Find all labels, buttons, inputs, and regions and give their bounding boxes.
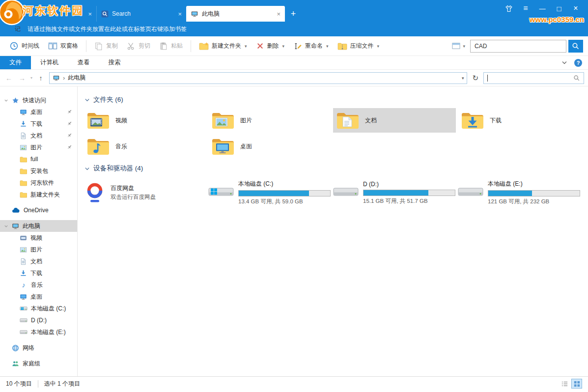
device-tile-drive-d[interactable]: D (D:) 15.1 GB 可用, 共 51.7 GB bbox=[333, 177, 456, 208]
sidebar-item-documents[interactable]: 文档 bbox=[0, 130, 77, 141]
sidebar-item-drive-d[interactable]: D (D:) bbox=[0, 314, 77, 326]
copy-button[interactable]: 复制 bbox=[90, 39, 122, 53]
group-header-label: 设备和驱动器 (4) bbox=[93, 164, 143, 173]
device-tile-baidu[interactable]: 百度网盘 双击运行百度网盘 bbox=[84, 177, 206, 208]
folder-tile-music[interactable]: 音乐 bbox=[84, 134, 206, 159]
minimize-button[interactable]: — bbox=[534, 2, 551, 15]
timeline-button[interactable]: 时间线 bbox=[5, 39, 44, 53]
pictures-folder-icon bbox=[211, 111, 235, 130]
folder-tile-documents[interactable]: 文档 bbox=[333, 108, 456, 133]
group-header-folders[interactable]: 文件夹 (6) bbox=[84, 95, 588, 104]
sidebar-item-pc-downloads[interactable]: 下载 bbox=[0, 267, 77, 279]
cut-label: 剪切 bbox=[139, 42, 150, 50]
compress-label: 压缩文件 bbox=[350, 42, 374, 50]
timeline-label: 时间线 bbox=[22, 42, 39, 50]
maximize-button[interactable]: □ bbox=[551, 2, 567, 15]
menu-view[interactable]: 查看 bbox=[68, 56, 99, 69]
device-tile-drive-c[interactable]: 本地磁盘 (C:) 13.4 GB 可用, 共 59.0 GB bbox=[208, 177, 331, 208]
tab-background-1[interactable]: × bbox=[1, 6, 96, 22]
folders-grid: 视频 图片 文档 下载 音乐 bbox=[84, 108, 588, 160]
disk-usage-bar bbox=[488, 190, 580, 196]
expand-ribbon-icon[interactable] bbox=[561, 60, 567, 65]
tab-search[interactable]: Search × bbox=[96, 6, 186, 22]
delete-button[interactable]: 删除 ▾ bbox=[252, 39, 289, 53]
close-button[interactable]: × bbox=[567, 2, 584, 15]
refresh-button[interactable]: ↻ bbox=[471, 74, 480, 83]
sidebar-item-installers[interactable]: 安装包 bbox=[0, 165, 77, 177]
folder-tile-videos[interactable]: 视频 bbox=[84, 108, 206, 133]
breadcrumb[interactable]: 此电脑 bbox=[68, 74, 85, 82]
expander-icon[interactable] bbox=[4, 98, 8, 103]
folder-tile-desktop[interactable]: 桌面 bbox=[208, 134, 331, 159]
sidebar-label: 下载 bbox=[30, 120, 42, 128]
back-button[interactable]: ← bbox=[4, 74, 14, 82]
folder-tile-downloads[interactable]: 下载 bbox=[458, 108, 581, 133]
sidebar-item-videos[interactable]: 视频 bbox=[0, 232, 77, 244]
new-tab-button[interactable]: + bbox=[285, 6, 302, 22]
menu-file[interactable]: 文件 bbox=[0, 56, 31, 69]
close-tab-icon[interactable]: × bbox=[277, 10, 280, 18]
help-button[interactable]: ? bbox=[574, 59, 582, 67]
address-dropdown-icon[interactable]: ▾ bbox=[462, 76, 464, 81]
sidebar-item-pc-documents[interactable]: 文档 bbox=[0, 255, 77, 267]
sidebar-item-pc-pictures[interactable]: 图片 bbox=[0, 244, 77, 255]
music-folder-icon bbox=[86, 137, 110, 156]
sidebar-item-pc-desktop[interactable]: 桌面 bbox=[0, 291, 77, 303]
sidebar-label: 视频 bbox=[30, 234, 42, 242]
onedrive-cloud-icon bbox=[12, 208, 20, 213]
sidebar-item-this-pc[interactable]: 此电脑 bbox=[0, 220, 77, 232]
sidebar-item-hedong[interactable]: 河东软件 bbox=[0, 177, 77, 189]
explorer-search-box[interactable] bbox=[483, 72, 584, 84]
sidebar-item-quick-access[interactable]: 快速访问 bbox=[0, 94, 77, 106]
sidebar-item-full[interactable]: full bbox=[0, 153, 77, 165]
forward-button[interactable]: → bbox=[17, 74, 27, 82]
up-button[interactable]: ↑ bbox=[36, 74, 46, 82]
history-dropdown-icon[interactable]: ▾ bbox=[30, 76, 32, 80]
device-label: D (D:) bbox=[363, 181, 455, 188]
desktop-icon bbox=[20, 293, 27, 301]
cut-button[interactable]: 剪切 bbox=[122, 39, 155, 53]
toolbar: 时间线 双窗格 复制 剪切 粘贴 新建文件夹 ▾ 删除 ▾ bbox=[0, 36, 588, 56]
folder-icon bbox=[5, 10, 13, 17]
menu-computer[interactable]: 计算机 bbox=[31, 56, 68, 69]
sidebar-item-drive-e[interactable]: 本地磁盘 (E:) bbox=[0, 326, 77, 338]
skin-button[interactable] bbox=[501, 2, 517, 15]
sidebar-item-drive-c[interactable]: 本地磁盘 (C:) bbox=[0, 303, 77, 314]
window-controls: ≡ — □ × bbox=[501, 2, 584, 15]
paste-button[interactable]: 粘贴 bbox=[155, 39, 187, 53]
sidebar-item-onedrive[interactable]: OneDrive bbox=[0, 204, 77, 216]
folder-tile-pictures[interactable]: 图片 bbox=[208, 108, 331, 133]
menu-button[interactable]: ≡ bbox=[517, 2, 534, 15]
sidebar-item-new-folder[interactable]: 新建文件夹 bbox=[0, 189, 77, 200]
bookmarks-bar[interactable]: 请通过拖拽文件或文件夹放置在此处或在标签页右键添加书签 bbox=[0, 22, 588, 36]
close-tab-icon[interactable]: × bbox=[88, 10, 92, 18]
tab-this-pc[interactable]: 此电脑 × bbox=[186, 6, 285, 22]
large-icons-view-button[interactable] bbox=[571, 379, 582, 389]
new-folder-button[interactable]: 新建文件夹 ▾ bbox=[195, 39, 252, 53]
this-pc-icon bbox=[53, 75, 60, 82]
desktop-icon bbox=[20, 109, 27, 116]
search-input[interactable] bbox=[470, 40, 566, 53]
drive-icon bbox=[20, 328, 28, 336]
compress-button[interactable]: 压缩文件 ▾ bbox=[333, 39, 384, 53]
sidebar-item-homegroup[interactable]: 家庭组 bbox=[0, 358, 77, 369]
device-tile-drive-e[interactable]: 本地磁盘 (E:) 121 GB 可用, 共 232 GB bbox=[458, 177, 581, 208]
search-icon bbox=[572, 42, 580, 50]
search-scope-button[interactable]: ▾ bbox=[448, 40, 468, 52]
file-explorer-window: × Search × 此电脑 × + ≡ — □ × 请通过拖拽文 bbox=[0, 0, 588, 392]
expander-icon[interactable] bbox=[4, 224, 8, 228]
details-view-button[interactable] bbox=[559, 379, 570, 389]
sidebar-item-downloads[interactable]: 下载 bbox=[0, 118, 77, 130]
sidebar-item-music[interactable]: ♪ 音乐 bbox=[0, 279, 77, 291]
search-go-button[interactable] bbox=[568, 40, 583, 53]
sidebar-item-desktop[interactable]: 桌面 bbox=[0, 106, 77, 118]
rename-button[interactable]: 重命名 ▾ bbox=[289, 39, 333, 53]
sidebar-item-pictures[interactable]: 图片 bbox=[0, 141, 77, 153]
dual-pane-button[interactable]: 双窗格 bbox=[44, 39, 83, 53]
tab-label: Search bbox=[112, 10, 131, 17]
address-box[interactable]: › 此电脑 ▾ bbox=[49, 72, 467, 84]
menu-search[interactable]: 搜索 bbox=[99, 56, 130, 69]
close-tab-icon[interactable]: × bbox=[178, 10, 182, 18]
sidebar-item-network[interactable]: 网络 bbox=[0, 342, 77, 354]
group-header-devices[interactable]: 设备和驱动器 (4) bbox=[84, 164, 588, 173]
